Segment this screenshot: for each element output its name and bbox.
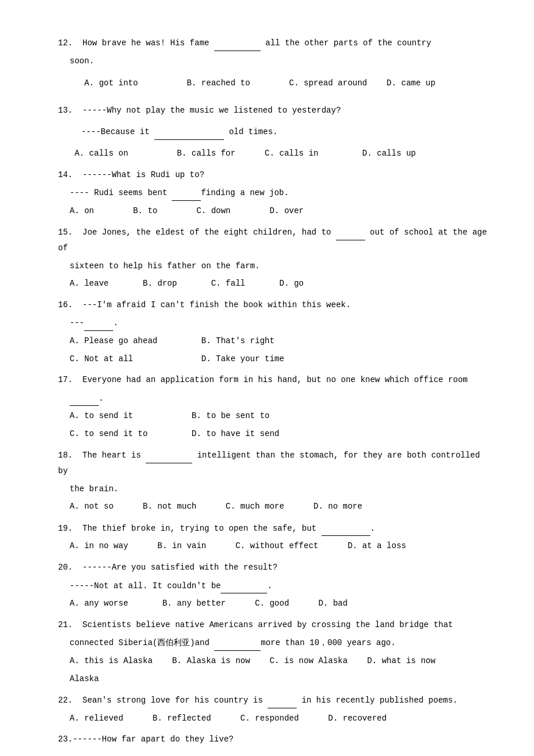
question-12: 12. How brave he was! His fame all the o…	[58, 35, 488, 91]
q20-dialog1: 20. ------Are you satisfied with the res…	[58, 560, 488, 575]
question-23: 23.------How far apart do they live?	[58, 732, 488, 747]
q13-options: A. calls on B. calls for C. calls in D. …	[70, 146, 488, 161]
q17-text: 17. Everyone had an application form in …	[58, 372, 488, 388]
question-14: 14. ------What is Rudi up to? ---- Rudi …	[58, 167, 488, 219]
q16-dialog2: --- .	[70, 315, 488, 331]
q20-dialog2: -----Not at all. It couldn't be .	[70, 578, 488, 594]
q12-blank	[214, 35, 261, 51]
question-20: 20. ------Are you satisfied with the res…	[58, 560, 488, 611]
q20-options: A. any worse B. any better C. good D. ba…	[70, 596, 488, 611]
q21-blank	[214, 635, 261, 651]
q15-text: 15. Joe Jones, the eldest of the eight c…	[58, 224, 488, 255]
question-17: 17. Everyone had an application form in …	[58, 372, 488, 441]
q13-dialog2: ----Because it old times.	[81, 124, 488, 140]
q12-options: A. got into B. reached to C. spread arou…	[70, 75, 488, 91]
q17-text2: .	[70, 390, 488, 406]
question-22: 22. Sean's strong love for his country i…	[58, 692, 488, 726]
q16-dialog1: 16. ---I'm afraid I can't finish the boo…	[58, 297, 488, 313]
q17-optionA: A. to send it B. to be sent to	[70, 408, 488, 424]
q14-options: A. on B. to C. down D. over	[70, 203, 488, 219]
q22-blank	[268, 692, 297, 708]
question-13: 13. -----Why not play the music we liste…	[58, 103, 488, 161]
q21-text: 21. Scientists believe native Americans …	[58, 617, 488, 633]
q14-blank	[172, 185, 201, 201]
q22-text: 22. Sean's strong love for his country i…	[58, 692, 488, 708]
q14-dialog1: 14. ------What is Rudi up to?	[58, 167, 488, 183]
q14-dialog2: ---- Rudi seems bent finding a new job.	[70, 185, 488, 201]
q17-optionB: C. to send it to D. to have it send	[70, 426, 488, 442]
q19-options: A. in no way B. in vain C. without effec…	[70, 538, 488, 554]
q15-text2: sixteen to help his father on the farm.	[70, 258, 488, 274]
q22-options: A. relieved B. reflected C. responded D.…	[70, 711, 488, 726]
question-19: 19. The thief broke in, trying to open t…	[58, 520, 488, 554]
q23-dialog1: 23.------How far apart do they live?	[58, 732, 488, 747]
q16-optionA: A. Please go ahead B. That's right	[70, 333, 488, 349]
q15-blank	[336, 224, 365, 240]
q12-text2: soon.	[70, 53, 488, 69]
question-15: 15. Joe Jones, the eldest of the eight c…	[58, 224, 488, 291]
q19-blank	[322, 520, 370, 537]
question-21: 21. Scientists believe native Americans …	[58, 617, 488, 686]
question-18: 18. The heart is intelligent than the st…	[58, 447, 488, 514]
q16-optionB: C. Not at all D. Take your time	[70, 351, 488, 367]
exam-content: 12. How brave he was! His fame all the o…	[58, 35, 488, 747]
q18-text: 18. The heart is intelligent than the st…	[58, 447, 488, 478]
q18-text2: the brain.	[70, 481, 488, 497]
q13-blank	[154, 124, 224, 140]
q21-options: A. this is Alaska B. Alaska is now C. is…	[70, 653, 488, 669]
q13-dialog1: 13. -----Why not play the music we liste…	[58, 103, 488, 118]
q18-options: A. not so B. not much C. much more D. no…	[70, 499, 488, 514]
q21-options2: Alaska	[70, 671, 488, 687]
q12-text: 12. How brave he was! His fame all the o…	[58, 35, 488, 51]
question-16: 16. ---I'm afraid I can't finish the boo…	[58, 297, 488, 366]
q15-options: A. leave B. drop C. fall D. go	[70, 276, 488, 291]
q20-blank	[221, 578, 267, 594]
q18-blank	[146, 447, 192, 463]
q16-blank	[84, 315, 113, 331]
q17-blank	[70, 390, 99, 406]
q21-text2: connected Siberia(西伯利亚)and more than 10，…	[70, 635, 488, 651]
q19-text: 19. The thief broke in, trying to open t…	[58, 520, 488, 537]
